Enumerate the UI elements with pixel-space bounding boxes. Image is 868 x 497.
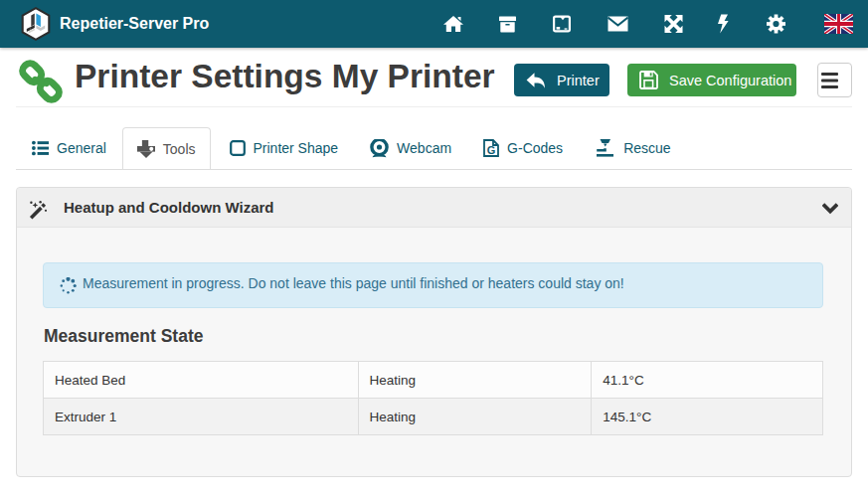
svg-text:G: G bbox=[487, 144, 496, 156]
